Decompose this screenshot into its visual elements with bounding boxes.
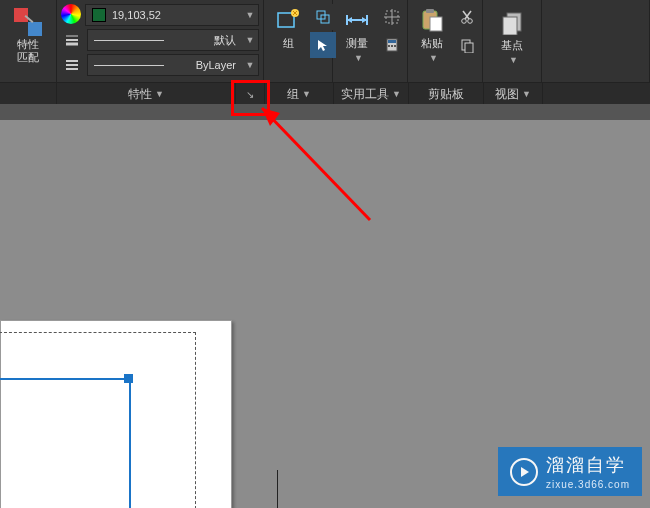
watermark: 溜溜自学 zixue.3d66.com — [498, 447, 642, 496]
panel-match-properties: 特性 匹配 — [0, 0, 57, 82]
color-value: 19,103,52 — [112, 9, 242, 21]
ungroup-icon — [315, 9, 331, 25]
grip-handle[interactable] — [124, 374, 133, 383]
cut-button[interactable] — [454, 4, 480, 30]
color-combo[interactable]: 19,103,52 ▼ — [85, 4, 259, 26]
group-icon — [274, 6, 302, 34]
svg-rect-20 — [388, 45, 390, 47]
panel-headers: 特性▼ ↘ 组▼ 实用工具▼ 剪贴板 视图▼ — [0, 82, 650, 105]
svg-rect-21 — [391, 45, 393, 47]
svg-rect-24 — [426, 9, 434, 13]
linetype-label: ByLayer — [196, 59, 242, 71]
crosshair-cursor — [277, 470, 278, 508]
panel-clipboard: 粘贴 ▼ — [408, 0, 483, 82]
paste-button[interactable]: 粘贴 ▼ — [414, 4, 450, 65]
panel-utilities: 测量 ▼ — [333, 0, 408, 82]
measure-button[interactable]: 测量 ▼ — [339, 4, 375, 65]
panel-header-clipboard-label: 剪贴板 — [428, 86, 464, 103]
play-icon — [510, 458, 538, 486]
panel-properties: 19,103,52 ▼ 默认 ▼ — [57, 0, 264, 82]
chevron-down-icon: ▼ — [302, 89, 311, 99]
panel-header-view-label: 视图 — [495, 86, 519, 103]
measure-icon — [343, 6, 371, 34]
lineweight-icon[interactable] — [61, 29, 83, 51]
svg-rect-33 — [503, 17, 517, 35]
copy-icon — [459, 37, 475, 53]
svg-rect-22 — [394, 45, 396, 47]
select-icon — [384, 9, 400, 25]
panel-header-properties-label: 特性 — [128, 86, 152, 103]
panel-header-group[interactable]: 组▼ — [265, 83, 334, 105]
panel-header-utilities-label: 实用工具 — [341, 86, 389, 103]
ribbon-panels-row: 特性 匹配 19,103,52 ▼ — [0, 0, 650, 82]
panel-basepoint: 基点 ▼ — [483, 0, 542, 82]
list-icon — [65, 58, 79, 72]
svg-rect-4 — [66, 64, 78, 66]
chevron-down-icon: ▼ — [155, 89, 164, 99]
chevron-down-icon: ▼ — [392, 89, 401, 99]
svg-rect-3 — [66, 60, 78, 62]
basepoint-label: 基点 — [501, 38, 523, 53]
tab-strip — [0, 104, 650, 120]
panel-header-utilities[interactable]: 实用工具▼ — [334, 83, 409, 105]
match-properties-button[interactable]: 特性 匹配 — [10, 6, 46, 66]
chevron-down-icon: ▼ — [242, 10, 258, 20]
chevron-down-icon: ▼ — [522, 89, 531, 99]
paste-icon — [418, 6, 446, 34]
svg-line-34 — [262, 108, 370, 220]
watermark-url: zixue.3d66.com — [546, 479, 630, 490]
panel-header-view[interactable]: 视图▼ — [484, 83, 543, 105]
chevron-down-icon: ▼ — [242, 60, 258, 70]
match-properties-label: 特性 匹配 — [17, 38, 39, 64]
lines-icon — [65, 33, 79, 47]
panel-header-properties[interactable]: 特性▼ — [57, 83, 236, 105]
panel-header-matchprops — [0, 83, 57, 105]
group-button[interactable]: 组 — [270, 4, 306, 53]
panel-spacer — [542, 0, 650, 82]
chevron-down-icon: ▼ — [429, 53, 438, 63]
svg-rect-31 — [465, 43, 473, 53]
group-label: 组 — [283, 36, 294, 51]
ribbon: 特性 匹配 19,103,52 ▼ — [0, 0, 650, 105]
linetype-combo[interactable]: ByLayer ▼ — [87, 54, 259, 76]
panel-header-group-label: 组 — [287, 86, 299, 103]
watermark-brand: 溜溜自学 — [546, 453, 630, 477]
chevron-down-icon: ▼ — [509, 55, 518, 65]
scissors-icon — [459, 9, 475, 25]
color-wheel-icon[interactable] — [61, 4, 81, 24]
paste-label: 粘贴 — [421, 36, 443, 51]
lineweight-combo[interactable]: 默认 ▼ — [87, 29, 259, 51]
layout-viewport[interactable] — [0, 378, 131, 508]
chevron-down-icon: ▼ — [354, 53, 363, 63]
measure-label: 测量 — [346, 36, 368, 51]
panel-group: 组 — [264, 0, 333, 82]
select-all-button[interactable] — [379, 4, 405, 30]
svg-rect-19 — [388, 40, 396, 43]
calculator-icon — [384, 37, 400, 53]
basepoint-icon — [498, 8, 526, 36]
color-swatch — [92, 8, 106, 22]
launcher-icon: ↘ — [246, 89, 254, 100]
copy-button[interactable] — [454, 32, 480, 58]
properties-dialog-launcher[interactable]: ↘ — [236, 83, 265, 105]
cursor-icon — [315, 37, 331, 53]
svg-rect-5 — [66, 68, 78, 70]
panel-header-spacer — [543, 83, 650, 105]
svg-rect-25 — [430, 17, 442, 31]
lineweight-label: 默认 — [214, 33, 242, 48]
basepoint-button[interactable]: 基点 ▼ — [494, 6, 530, 67]
calculator-button[interactable] — [379, 32, 405, 58]
match-properties-icon — [14, 8, 42, 36]
panel-header-clipboard[interactable]: 剪贴板 — [409, 83, 484, 105]
linetype-icon[interactable] — [61, 54, 83, 76]
chevron-down-icon: ▼ — [242, 35, 258, 45]
